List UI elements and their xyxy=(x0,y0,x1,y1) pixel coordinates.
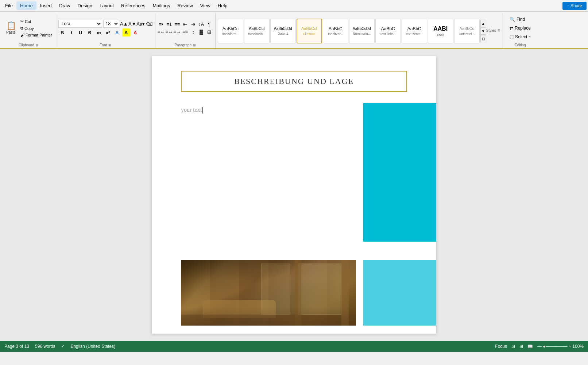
cut-button[interactable]: ✂ Cut xyxy=(19,18,54,24)
menu-file[interactable]: File xyxy=(1,1,16,10)
highlight-button[interactable]: A xyxy=(122,28,130,36)
font-color-button[interactable]: A xyxy=(131,28,139,36)
menu-bar: File Home Insert Draw Design Layout Refe… xyxy=(0,0,588,12)
menu-insert[interactable]: Insert xyxy=(36,1,56,10)
menu-design[interactable]: Design xyxy=(74,1,96,10)
gallery-expand[interactable]: ⊟ xyxy=(480,35,486,42)
ribbon: 📋 Paste ✂ Cut ⧉ Copy 🖌 Format Painter C xyxy=(0,12,588,49)
show-marks-button[interactable]: ¶ xyxy=(206,21,213,28)
find-button[interactable]: 🔍 Find xyxy=(507,16,533,23)
style-nummeriu[interactable]: AaBbCcDd Nummeriu... xyxy=(349,19,375,43)
styles-expand-icon[interactable]: ⊞ xyxy=(498,28,500,32)
text-effects-button[interactable]: A xyxy=(113,28,121,36)
style-beschreib[interactable]: AaBbCcI Beschreib... xyxy=(244,19,270,43)
zoom-controls[interactable]: — ●————— + 100% xyxy=(537,344,584,349)
page-indicator: Page 3 of 13 xyxy=(4,344,29,349)
content-area: your text xyxy=(181,103,407,249)
align-left-button[interactable]: ≡← xyxy=(158,28,165,36)
copy-button[interactable]: ⧉ Copy xyxy=(19,25,54,31)
share-icon: ↑ xyxy=(567,3,569,8)
menu-references[interactable]: References xyxy=(117,1,149,10)
interior-photo xyxy=(181,260,356,326)
bold-button[interactable]: B xyxy=(58,28,66,36)
page: BESCHREIBUNG UND LAGE your text xyxy=(152,56,436,334)
menu-layout[interactable]: Layout xyxy=(96,1,117,10)
copy-icon: ⧉ xyxy=(20,26,23,31)
replace-button[interactable]: ⇄ Replace xyxy=(507,25,533,31)
multilevel-list-button[interactable]: ≡≡ xyxy=(174,21,181,28)
style-inhaltver[interactable]: AaBbC Inhaltver... xyxy=(323,19,348,43)
cut-icon: ✂ xyxy=(20,19,24,24)
text-cursor xyxy=(202,107,203,114)
subscript-button[interactable]: x₂ xyxy=(95,28,103,36)
sort-button[interactable]: ↕A xyxy=(198,21,205,28)
clipboard-expand-icon[interactable]: ⊞ xyxy=(36,43,39,47)
style-daten1[interactable]: AaBbCcDd Daten1 xyxy=(270,19,296,43)
menu-help[interactable]: Help xyxy=(214,1,231,10)
paragraph-group: ≡• ≡1 ≡≡ ⇤ ⇥ ↕A ¶ ≡← ≡↔ ≡→ ≡≡ ↕ ▓ ⊞ xyxy=(155,13,216,48)
change-case-button[interactable]: Aa▾ xyxy=(137,20,144,27)
clipboard-group: 📋 Paste ✂ Cut ⧉ Copy 🖌 Format Painter C xyxy=(1,13,56,48)
layout-view-print[interactable]: ⊡ xyxy=(511,344,515,349)
menu-home[interactable]: Home xyxy=(16,1,36,10)
justify-button[interactable]: ≡≡ xyxy=(182,28,189,36)
format-painter-button[interactable]: 🖌 Format Painter xyxy=(19,32,54,38)
ordered-list-button[interactable]: ≡1 xyxy=(166,21,173,28)
font-group: Lora Arial Times New Roman 18 12 14 16 2… xyxy=(56,13,155,48)
align-center-button[interactable]: ≡↔ xyxy=(166,28,173,36)
line-spacing-button[interactable]: ↕ xyxy=(190,28,197,36)
menu-view[interactable]: View xyxy=(197,1,214,10)
decrease-font-button[interactable]: A▼ xyxy=(129,20,136,27)
bottom-image-row xyxy=(181,260,407,326)
layout-view-web[interactable]: ⊞ xyxy=(519,344,523,349)
font-size-select[interactable]: 18 12 14 16 24 xyxy=(103,20,119,28)
styles-gallery: AaBbCc Basisform... AaBbCcI Beschreib...… xyxy=(218,19,480,43)
word-count: 596 words xyxy=(35,344,55,349)
blue-decoration-rectangle xyxy=(363,103,436,242)
style-text-links[interactable]: AaBbC Text-links... xyxy=(375,19,401,43)
superscript-button[interactable]: x² xyxy=(104,28,112,36)
menu-mailings[interactable]: Mailings xyxy=(149,1,174,10)
select-button[interactable]: ⬚ Select ~ xyxy=(507,34,533,40)
styles-group: AaBbCc Basisform... AaBbCcI Beschreib...… xyxy=(216,13,503,48)
style-basisform[interactable]: AaBbCc Basisform... xyxy=(218,19,243,43)
find-icon: 🔍 xyxy=(510,17,515,22)
menu-review[interactable]: Review xyxy=(174,1,197,10)
paragraph-expand-icon[interactable]: ⊞ xyxy=(193,43,196,47)
image-blue-overlay xyxy=(363,260,436,326)
italic-button[interactable]: I xyxy=(67,28,76,36)
share-button[interactable]: ↑ Share xyxy=(562,2,587,10)
editing-group: 🔍 Find ⇄ Replace ⬚ Select ~ Editing xyxy=(503,13,538,48)
underline-button[interactable]: U xyxy=(77,28,85,36)
align-right-button[interactable]: ≡→ xyxy=(174,28,181,36)
replace-icon: ⇄ xyxy=(510,26,513,31)
section-title: BESCHREIBUNG UND LAGE xyxy=(234,77,354,86)
decrease-indent-button[interactable]: ⇤ xyxy=(182,21,189,28)
select-icon: ⬚ xyxy=(510,34,514,39)
borders-button[interactable]: ⊞ xyxy=(206,28,213,36)
gallery-scroll-down[interactable]: ▼ xyxy=(480,27,486,35)
font-expand-icon[interactable]: ⊞ xyxy=(108,43,111,47)
focus-button[interactable]: Focus xyxy=(495,344,507,349)
style-text-zentri[interactable]: AaBbC Text-zentri... xyxy=(402,19,427,43)
style-titel1[interactable]: AABI Titel1 xyxy=(428,19,453,43)
menu-draw[interactable]: Draw xyxy=(55,1,74,10)
paste-button[interactable]: 📋 Paste xyxy=(4,21,18,35)
font-family-select[interactable]: Lora Arial Times New Roman xyxy=(58,20,102,28)
clear-format-button[interactable]: ⌫ xyxy=(146,20,153,27)
gallery-scroll-up[interactable]: ▲ xyxy=(480,20,486,27)
style-untertitel1[interactable]: AaBbCc Untertitel-1 xyxy=(454,19,480,43)
section-title-box: BESCHREIBUNG UND LAGE xyxy=(181,71,407,92)
check-icon: ✓ xyxy=(61,344,65,349)
increase-indent-button[interactable]: ⇥ xyxy=(190,21,197,28)
unordered-list-button[interactable]: ≡• xyxy=(158,21,165,28)
layout-view-read[interactable]: 📖 xyxy=(527,344,533,349)
format-painter-icon: 🖌 xyxy=(20,33,24,37)
status-bar: Page 3 of 13 596 words ✓ English (United… xyxy=(0,341,588,352)
shading-button[interactable]: ▓ xyxy=(198,28,205,36)
language-indicator: English (United States) xyxy=(70,344,115,349)
paste-icon: 📋 xyxy=(6,22,16,30)
style-fliestext[interactable]: AaBbCcI Fliestext xyxy=(297,19,322,43)
increase-font-button[interactable]: A▲ xyxy=(120,20,128,27)
strikethrough-button[interactable]: S xyxy=(86,28,94,36)
